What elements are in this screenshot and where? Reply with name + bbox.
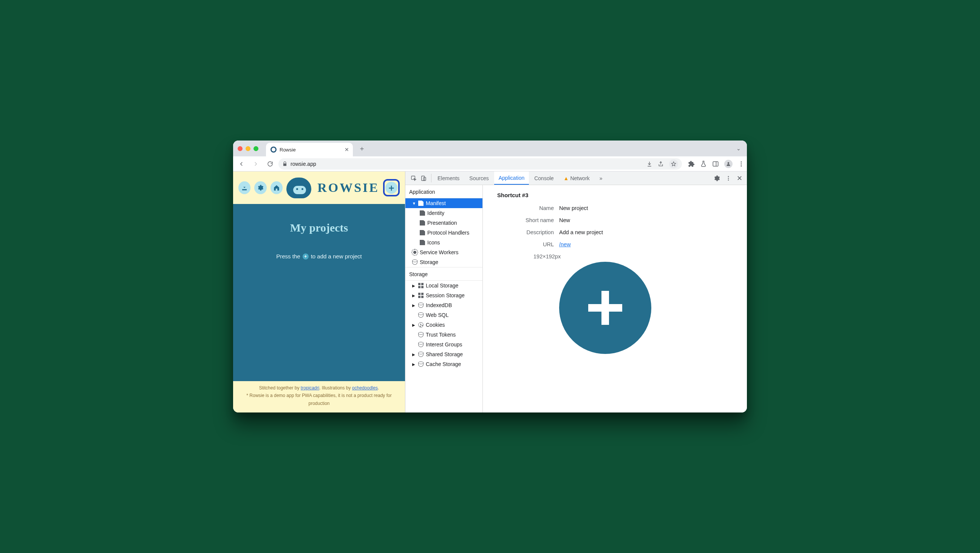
- sidebar-item-trust-tokens[interactable]: ▶Trust Tokens: [406, 330, 482, 340]
- inspect-icon[interactable]: [410, 175, 417, 181]
- gear-icon: [412, 249, 417, 255]
- new-tab-button[interactable]: ＋: [356, 144, 367, 153]
- value-url-link[interactable]: /new: [559, 242, 571, 248]
- tab-sources[interactable]: Sources: [465, 172, 493, 185]
- caret-right-icon: ▶: [412, 304, 416, 307]
- devtools-close-icon[interactable]: ✕: [737, 174, 742, 183]
- tab-elements[interactable]: Elements: [433, 172, 464, 185]
- database-icon: [418, 312, 423, 318]
- file-icon: [420, 220, 425, 226]
- bookmark-icon[interactable]: [669, 159, 678, 168]
- export-icon[interactable]: [239, 181, 250, 194]
- profile-avatar-icon[interactable]: [724, 160, 733, 168]
- back-button[interactable]: [235, 158, 247, 170]
- close-window-icon[interactable]: [238, 146, 243, 151]
- window-controls: [238, 146, 258, 151]
- sidebar-item-cookies[interactable]: ▶Cookies: [406, 320, 482, 330]
- sidepanel-icon[interactable]: [712, 160, 719, 167]
- sidebar-item-storage[interactable]: Storage: [406, 257, 482, 267]
- credit-link-1[interactable]: tropicadri: [301, 385, 319, 391]
- sidebar-item-session-storage[interactable]: ▶Session Storage: [406, 291, 482, 300]
- sidebar-item-presentation[interactable]: Presentation: [406, 218, 482, 228]
- sidebar-item-identity[interactable]: Identity: [406, 208, 482, 218]
- sidebar-item-protocol[interactable]: Protocol Handlers: [406, 228, 482, 238]
- tab-application[interactable]: Application: [494, 172, 529, 185]
- plus-icon: [582, 285, 628, 331]
- value-desc: Add a new project: [559, 229, 603, 235]
- sidebar-item-interest-groups[interactable]: ▶Interest Groups: [406, 340, 482, 350]
- sidebar-item-cache-storage[interactable]: ▶Cache Storage: [406, 359, 482, 369]
- value-short: New: [559, 217, 570, 223]
- install-icon[interactable]: [646, 161, 652, 167]
- svg-rect-5: [411, 176, 415, 180]
- sidebar-item-shared-storage[interactable]: ▶Shared Storage: [406, 350, 482, 359]
- favicon-icon: [270, 146, 277, 153]
- svg-point-10: [728, 180, 729, 181]
- storage-icon: [418, 293, 423, 298]
- warning-icon: ▲: [564, 175, 569, 181]
- add-project-button[interactable]: ＋: [383, 179, 400, 196]
- devtools-menu-icon[interactable]: [725, 175, 732, 181]
- forward-button[interactable]: [250, 158, 262, 170]
- tab-console[interactable]: Console: [530, 172, 558, 185]
- browser-tab[interactable]: Rowsie ✕: [266, 143, 353, 156]
- devtools-sidebar: Application ▼Manifest Identity Presentat…: [406, 185, 483, 413]
- sidebar-item-indexeddb[interactable]: ▶IndexedDB: [406, 300, 482, 310]
- group-storage: Storage: [406, 267, 482, 281]
- url-text: rowsie.app: [291, 161, 316, 167]
- menu-dots-icon[interactable]: [738, 160, 745, 167]
- tab-network[interactable]: ▲Network: [559, 172, 594, 185]
- svg-point-1: [728, 162, 730, 164]
- settings-icon[interactable]: [254, 181, 266, 194]
- database-icon: [412, 259, 417, 265]
- sheep-logo-icon: [286, 178, 311, 198]
- close-tab-icon[interactable]: ✕: [345, 147, 349, 152]
- reload-button[interactable]: [264, 158, 276, 170]
- svg-point-4: [741, 165, 742, 166]
- file-icon: [420, 240, 425, 245]
- device-toggle-icon[interactable]: [420, 175, 426, 181]
- caret-right-icon: ▶: [412, 362, 416, 366]
- file-icon: [418, 200, 423, 206]
- database-icon: [418, 303, 423, 308]
- titlebar: Rowsie ✕ ＋ ⌄: [233, 140, 747, 156]
- inline-plus-icon: +: [302, 253, 309, 259]
- icon-dimensions: 192×192px: [533, 253, 737, 259]
- app-footer: Stitched together by tropicadri. Illustr…: [233, 381, 405, 413]
- storage-icon: [418, 283, 423, 288]
- caret-right-icon: ▶: [412, 284, 416, 288]
- tabs-dropdown-icon[interactable]: ⌄: [735, 145, 742, 151]
- sidebar-item-manifest[interactable]: ▼Manifest: [406, 198, 482, 208]
- labs-icon[interactable]: [700, 160, 707, 167]
- label-url: URL: [497, 242, 554, 248]
- lock-icon: [282, 161, 288, 167]
- minimize-window-icon[interactable]: [245, 146, 250, 151]
- devtools-tabbar: Elements Sources Application Console ▲Ne…: [406, 172, 747, 185]
- cookie-icon: [418, 322, 423, 327]
- share-icon[interactable]: [658, 161, 664, 167]
- maximize-window-icon[interactable]: [253, 146, 258, 151]
- browser-window: Rowsie ✕ ＋ ⌄ rowsie.app: [233, 140, 747, 413]
- detail-title: Shortcut #3: [497, 192, 737, 198]
- caret-right-icon: ▶: [412, 323, 416, 327]
- label-short: Short name: [497, 217, 554, 223]
- address-bar[interactable]: rowsie.app: [278, 158, 682, 170]
- page-content: ROWSIE ＋ My projects Press the + to add …: [233, 172, 405, 413]
- extensions-icon[interactable]: [688, 160, 695, 167]
- database-icon: [418, 361, 423, 367]
- sidebar-item-local-storage[interactable]: ▶Local Storage: [406, 281, 482, 291]
- sidebar-item-icons[interactable]: Icons: [406, 238, 482, 248]
- database-icon: [418, 332, 423, 337]
- credit-link-2[interactable]: ochedoodles: [352, 385, 378, 391]
- home-icon[interactable]: [270, 181, 283, 194]
- more-tabs-icon[interactable]: »: [595, 172, 607, 185]
- svg-point-2: [741, 161, 742, 162]
- shortcut-icon-preview: [559, 262, 651, 354]
- label-name: Name: [497, 205, 554, 211]
- sidebar-item-websql[interactable]: ▶Web SQL: [406, 310, 482, 320]
- sidebar-item-service-workers[interactable]: Service Workers: [406, 248, 482, 257]
- devtools-settings-icon[interactable]: [713, 175, 720, 182]
- devtools-panel: Elements Sources Application Console ▲Ne…: [405, 172, 747, 413]
- caret-right-icon: ▶: [412, 294, 416, 298]
- group-application: Application: [406, 185, 482, 198]
